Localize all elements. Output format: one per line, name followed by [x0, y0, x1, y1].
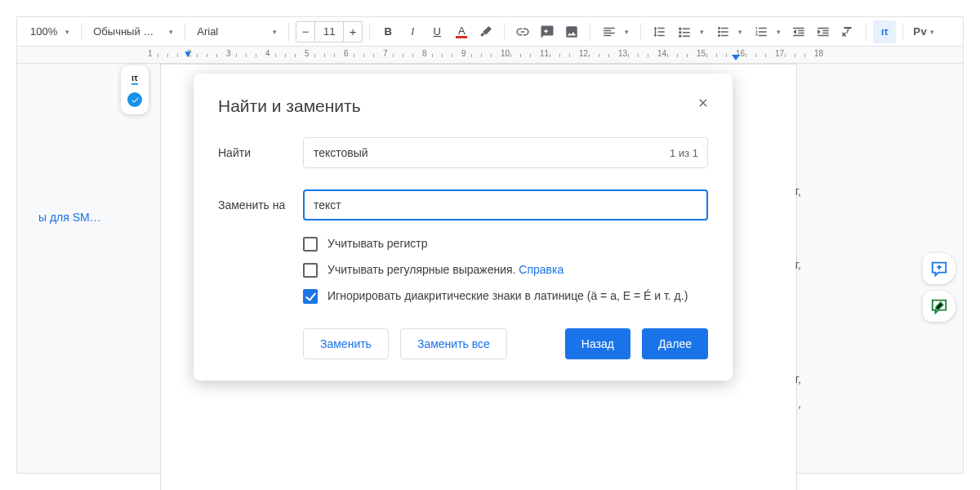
checklist-button[interactable]: ▾: [672, 20, 709, 43]
match-case-option[interactable]: Учитывать регистр: [303, 237, 708, 252]
ruler-tick: 18: [814, 49, 823, 62]
paragraph-style-value: Обычный …: [93, 25, 154, 38]
caret-down-icon: ▾: [777, 28, 781, 36]
separator: [185, 23, 185, 41]
find-input[interactable]: [303, 137, 708, 168]
dialog-title: Найти и заменить: [218, 96, 708, 116]
font-size-increase-button[interactable]: +: [343, 21, 363, 42]
align-dropdown[interactable]: ▾: [597, 20, 634, 43]
ruler-tick: 10: [501, 49, 510, 62]
paragraph-style-dropdown[interactable]: Обычный … ▾: [88, 20, 178, 43]
highlight-color-button[interactable]: [474, 20, 497, 43]
side-actions: [923, 253, 956, 322]
right-margin-marker-icon[interactable]: [732, 55, 740, 60]
separator: [369, 23, 370, 41]
caret-down-icon: ▾: [700, 28, 704, 36]
languagetool-toolbar-button[interactable]: ιτ: [873, 20, 896, 43]
ignore-diacritics-option[interactable]: Игнорировать диакритические знаки в лати…: [303, 289, 708, 304]
add-comment-button[interactable]: [536, 20, 559, 43]
pv-button[interactable]: Pv ▾: [910, 20, 938, 43]
ruler-tick: 7: [383, 49, 388, 62]
close-button[interactable]: [692, 91, 715, 114]
separator: [288, 23, 289, 41]
ruler-tick: 4: [265, 49, 270, 62]
replace-input[interactable]: [303, 189, 708, 220]
insert-image-button[interactable]: [560, 20, 583, 43]
font-size-value[interactable]: 11: [315, 21, 343, 42]
indent-marker-icon[interactable]: ▼: [183, 48, 193, 60]
ruler-tick: 14: [657, 49, 666, 62]
line-spacing-icon: [652, 24, 666, 39]
font-size-decrease-button[interactable]: −: [296, 21, 315, 42]
ruler[interactable]: 123456789101112131415161718▼: [16, 46, 964, 64]
doc-text-fragment: г,: [795, 366, 801, 392]
decrease-indent-button[interactable]: [787, 20, 810, 43]
font-size-stepper: − 11 +: [296, 21, 363, 42]
underline-button[interactable]: U: [425, 20, 448, 43]
find-label: Найти: [218, 146, 303, 159]
languagetool-icon: ιτ: [131, 73, 138, 85]
insert-link-button[interactable]: [511, 20, 534, 43]
ruler-tick: 8: [422, 49, 427, 62]
checkbox-icon[interactable]: [303, 237, 318, 252]
replace-all-button[interactable]: Заменить все: [400, 328, 507, 359]
next-button[interactable]: Далее: [642, 328, 708, 359]
outline-item-fragment[interactable]: ы для SM…: [38, 211, 101, 224]
close-icon: [697, 96, 710, 109]
dialog-actions: Заменить Заменить все Назад Далее: [303, 328, 708, 359]
ruler-tick: 5: [305, 49, 310, 62]
comment-plus-icon: [540, 24, 555, 39]
caret-down-icon: ▾: [738, 28, 742, 36]
increase-indent-button[interactable]: [812, 20, 835, 43]
indent-decrease-icon: [791, 24, 806, 39]
replace-label: Заменить на: [218, 198, 303, 212]
caret-down-icon: ▾: [625, 28, 629, 36]
ignore-diacritics-label: Игнорировать диакритические знаки в лати…: [327, 289, 688, 302]
match-case-label: Учитывать регистр: [327, 237, 428, 250]
regex-help-link[interactable]: Справка: [519, 263, 564, 276]
caret-down-icon: ▾: [273, 28, 277, 36]
separator: [590, 23, 590, 41]
indent-increase-icon: [816, 24, 831, 39]
line-spacing-button[interactable]: [648, 20, 670, 43]
suggest-edits-side-button[interactable]: [923, 291, 956, 322]
replace-button[interactable]: Заменить: [303, 328, 389, 359]
suggesting-icon: [930, 297, 948, 315]
doc-text-fragment: г,: [795, 178, 801, 204]
bold-button[interactable]: B: [376, 20, 399, 43]
ruler-tick: 15: [697, 49, 706, 62]
comment-plus-icon: [930, 260, 948, 278]
checkbox-icon[interactable]: [303, 263, 318, 278]
numbered-list-icon: [754, 24, 768, 39]
ruler-tick: 12: [579, 49, 588, 62]
dialog-options: Учитывать регистр Учитывать регулярные в…: [303, 237, 708, 304]
bulleted-list-button[interactable]: ▾: [710, 20, 747, 43]
doc-text-fragment: г,: [795, 252, 801, 278]
italic-button[interactable]: I: [401, 20, 424, 43]
highlighter-icon: [479, 24, 493, 39]
add-comment-side-button[interactable]: [923, 253, 956, 284]
check-ok-icon: [127, 92, 142, 107]
previous-button[interactable]: Назад: [565, 328, 630, 359]
regex-option[interactable]: Учитывать регулярные выражения. Справка: [303, 263, 708, 278]
match-count: 1 из 1: [670, 147, 698, 159]
languagetool-bubble[interactable]: ιτ: [121, 65, 149, 114]
zoom-dropdown[interactable]: 100% ▾: [25, 20, 74, 43]
languagetool-icon: ιτ: [881, 26, 889, 38]
numbered-list-button[interactable]: ▾: [749, 20, 786, 43]
checkbox-checked-icon[interactable]: [303, 289, 318, 304]
ruler-tick: 3: [226, 49, 231, 62]
ruler-scale: 123456789101112131415161718▼: [148, 47, 930, 64]
caret-down-icon: ▾: [930, 28, 934, 36]
text-color-button[interactable]: A: [450, 20, 473, 43]
separator: [902, 23, 903, 41]
pv-label: Pv: [913, 25, 927, 38]
ruler-tick: 6: [344, 49, 349, 62]
clear-formatting-button[interactable]: [836, 20, 859, 43]
separator: [504, 23, 505, 41]
ruler-tick: 17: [775, 49, 784, 62]
separator: [640, 23, 641, 41]
font-family-dropdown[interactable]: Arial ▾: [192, 20, 282, 43]
bullet-list-icon: [715, 24, 730, 39]
caret-down-icon: ▾: [169, 28, 173, 36]
